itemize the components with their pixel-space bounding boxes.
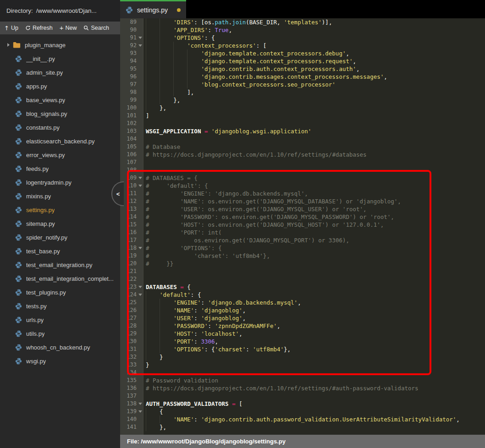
file-item[interactable]: test_email_integration_complet... bbox=[0, 272, 120, 285]
search-button[interactable]: Search bbox=[83, 25, 109, 31]
file-item[interactable]: test_plugins.py bbox=[0, 285, 120, 299]
line-number: 128 bbox=[120, 322, 143, 330]
file-item[interactable]: logentryadmin.py bbox=[0, 175, 120, 189]
fold-arrow-icon[interactable] bbox=[138, 44, 142, 47]
code-line[interactable]: 89 'DIRS': [os.path.join(BASE_DIR, 'temp… bbox=[120, 18, 485, 26]
line-number: 108 bbox=[120, 166, 143, 174]
fold-arrow-icon[interactable] bbox=[138, 185, 142, 187]
file-item[interactable]: elasticsearch_backend.py bbox=[0, 134, 120, 148]
file-item[interactable]: utils.py bbox=[0, 327, 120, 340]
code-line[interactable]: 116# 'PORT': int( bbox=[120, 229, 485, 236]
file-item[interactable]: spider_notify.py bbox=[0, 230, 120, 244]
code-line[interactable]: 101] bbox=[120, 112, 485, 120]
code-line[interactable]: 140 'NAME': 'django.contrib.auth.passwor… bbox=[120, 415, 485, 423]
file-item[interactable]: apps.py bbox=[0, 79, 120, 93]
code-line[interactable]: 137 bbox=[120, 392, 485, 400]
code-line[interactable]: 115# 'HOST': os.environ.get('DJANGO_MYSQ… bbox=[120, 221, 485, 229]
file-item[interactable]: admin_site.py bbox=[0, 66, 120, 79]
file-item[interactable]: __init__.py bbox=[0, 52, 120, 66]
code-line[interactable]: 136# https://docs.djangoproject.com/en/1… bbox=[120, 384, 485, 392]
code-line[interactable]: 141 }, bbox=[120, 423, 485, 431]
code-line[interactable]: 111# 'ENGINE': 'django.db.backends.mysql… bbox=[120, 190, 485, 197]
refresh-button[interactable]: Refresh bbox=[25, 25, 53, 31]
code-line[interactable]: 133} bbox=[120, 361, 485, 369]
code-line[interactable]: 90 'APP_DIRS': True, bbox=[120, 26, 485, 34]
folder-item-plugin-manage[interactable]: plugin_manage bbox=[0, 38, 120, 52]
code-line[interactable]: 104 bbox=[120, 135, 485, 143]
code-line[interactable]: 131 'OPTIONS': {'charset': 'utf8mb4'}, bbox=[120, 345, 485, 353]
file-item[interactable]: test_email_integration.py bbox=[0, 258, 120, 272]
code-line[interactable]: 97 'blog.context_processors.seo_processo… bbox=[120, 81, 485, 88]
file-item[interactable]: urls.py bbox=[0, 313, 120, 327]
code-line[interactable]: 107 bbox=[120, 158, 485, 166]
code-line[interactable]: 93 'django.template.context_processors.d… bbox=[120, 49, 485, 57]
code-line[interactable]: 125 'ENGINE': 'django.db.backends.mysql'… bbox=[120, 299, 485, 306]
code-line[interactable]: 105# Database bbox=[120, 143, 485, 151]
file-item-active[interactable]: settings.py bbox=[0, 203, 120, 217]
code-line[interactable]: 119# 'charset': 'utf8mb4'}, bbox=[120, 252, 485, 260]
file-name: test_base.py bbox=[26, 248, 60, 255]
code-line[interactable]: 112# 'NAME': os.environ.get('DJANGO_MYSQ… bbox=[120, 197, 485, 205]
code-line[interactable]: 118# 'OPTIONS': { bbox=[120, 244, 485, 252]
expand-caret-icon[interactable] bbox=[7, 43, 10, 47]
code-line[interactable]: 96 'django.contrib.messages.context_proc… bbox=[120, 73, 485, 81]
code-line[interactable]: 92 'context_processors': [ bbox=[120, 42, 485, 49]
code-line[interactable]: 120# }} bbox=[120, 260, 485, 268]
fold-arrow-icon[interactable] bbox=[138, 177, 142, 179]
file-item[interactable]: base_views.py bbox=[0, 93, 120, 107]
code-line[interactable]: 130 'PORT': 3306, bbox=[120, 338, 485, 345]
code-editor[interactable]: 89 'DIRS': [os.path.join(BASE_DIR, 'temp… bbox=[120, 18, 485, 435]
fold-arrow-icon[interactable] bbox=[138, 294, 142, 296]
code-line[interactable]: 99 }, bbox=[120, 96, 485, 104]
code-line[interactable]: 113# 'USER': os.environ.get('DJANGO_MYSQ… bbox=[120, 205, 485, 213]
code-line[interactable]: 127 'USER': 'djangoblog', bbox=[120, 314, 485, 322]
code-line[interactable]: 110# 'default': { bbox=[120, 182, 485, 190]
code-line[interactable]: 134 bbox=[120, 369, 485, 377]
code-line[interactable]: 109# DATABASES = { bbox=[120, 174, 485, 182]
code-line[interactable]: 103WSGI_APPLICATION = 'djangoblog.wsgi.a… bbox=[120, 127, 485, 135]
code-line[interactable]: 102 bbox=[120, 120, 485, 127]
tab-settings-py[interactable]: settings.py bbox=[120, 0, 186, 18]
code-line[interactable]: 132 } bbox=[120, 353, 485, 361]
code-line[interactable]: 108 bbox=[120, 166, 485, 174]
line-number: 114 bbox=[120, 213, 143, 221]
directory-bar: Directory: /www/wwwroot/Djan... bbox=[0, 0, 120, 22]
code-line[interactable]: 139 { bbox=[120, 408, 485, 415]
code-line[interactable]: 128 'PASSWORD': 'zpnnDpdZGMnAMFFe', bbox=[120, 322, 485, 330]
code-line[interactable]: 114# 'PASSWORD': os.environ.get('DJANGO_… bbox=[120, 213, 485, 221]
fold-arrow-icon[interactable] bbox=[138, 403, 142, 405]
fold-arrow-icon[interactable] bbox=[138, 410, 142, 413]
file-item[interactable]: mixins.py bbox=[0, 189, 120, 203]
code-line[interactable]: 95 'django.contrib.auth.context_processo… bbox=[120, 65, 485, 73]
code-line[interactable]: 124 'default': { bbox=[120, 291, 485, 299]
file-item[interactable]: test_base.py bbox=[0, 244, 120, 258]
code-line[interactable]: 106# https://docs.djangoproject.com/en/1… bbox=[120, 151, 485, 158]
fold-arrow-icon[interactable] bbox=[138, 37, 142, 39]
code-line[interactable]: 126 'NAME': 'djangoblog', bbox=[120, 306, 485, 314]
code-line[interactable]: 98 ], bbox=[120, 88, 485, 96]
code-line[interactable]: 135# Password validation bbox=[120, 377, 485, 384]
line-number: 109 bbox=[120, 174, 143, 182]
code-line[interactable]: 100 }, bbox=[120, 104, 485, 112]
code-line[interactable]: 91 'OPTIONS': { bbox=[120, 34, 485, 42]
file-item[interactable]: error_views.py bbox=[0, 148, 120, 162]
code-line[interactable]: 123DATABASES = { bbox=[120, 283, 485, 291]
line-number: 116 bbox=[120, 229, 143, 236]
code-line[interactable]: 129 'HOST': 'localhost', bbox=[120, 330, 485, 338]
fold-arrow-icon[interactable] bbox=[138, 247, 142, 249]
up-button[interactable]: ↑ Up bbox=[4, 25, 18, 32]
code-line[interactable]: 138AUTH_PASSWORD_VALIDATORS = [ bbox=[120, 400, 485, 408]
file-item[interactable]: blog_signals.py bbox=[0, 107, 120, 120]
code-line[interactable]: 121 bbox=[120, 268, 485, 275]
code-line[interactable]: 117# os.environ.get('DJANGO_MYSQL_PORT')… bbox=[120, 236, 485, 244]
code-line[interactable]: 122 bbox=[120, 275, 485, 283]
fold-arrow-icon[interactable] bbox=[138, 286, 142, 288]
file-item[interactable]: sitemap.py bbox=[0, 217, 120, 230]
file-item[interactable]: whoosh_cn_backend.py bbox=[0, 340, 120, 354]
new-button[interactable]: + New bbox=[60, 25, 77, 31]
file-item[interactable]: feeds.py bbox=[0, 162, 120, 175]
file-item[interactable]: wsgi.py bbox=[0, 354, 120, 368]
file-item[interactable]: tests.py bbox=[0, 299, 120, 313]
code-line[interactable]: 94 'django.template.context_processors.r… bbox=[120, 57, 485, 65]
file-item[interactable]: constants.py bbox=[0, 120, 120, 134]
